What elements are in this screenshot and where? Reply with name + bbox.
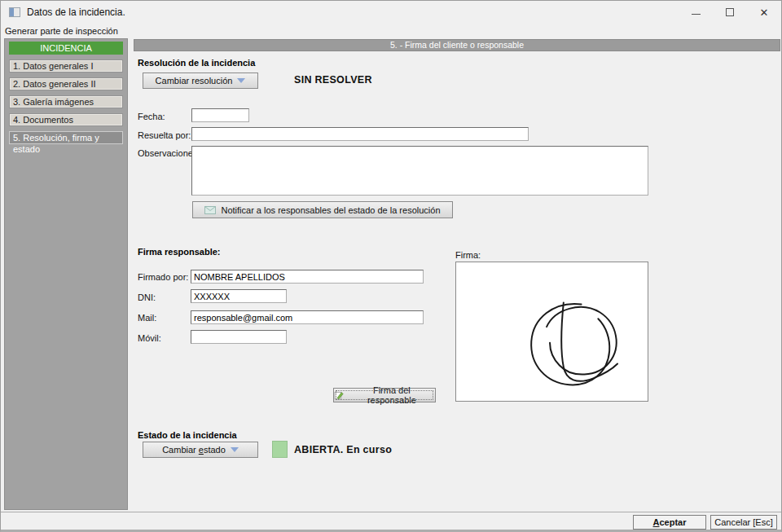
main-section-header: 5. - Firma del cliente o responsable	[134, 39, 780, 51]
resolution-section-title: Resolución de la incidencia	[138, 58, 255, 68]
app-icon	[9, 7, 20, 17]
state-status-text: ABIERTA. En curso	[294, 444, 392, 455]
cancel-label: Cancelar [Esc]	[714, 517, 773, 527]
fecha-input[interactable]	[191, 108, 249, 122]
sidebar-item-galeria-imagenes[interactable]: 3. Galería imágenes	[9, 95, 123, 108]
dni-input[interactable]	[191, 289, 287, 303]
state-color-indicator	[272, 441, 288, 458]
movil-input[interactable]	[191, 330, 287, 344]
change-state-button[interactable]: Cambiar estado	[143, 442, 258, 458]
title-bar: Datos de la incidencia. ✕	[1, 1, 781, 24]
close-button[interactable]: ✕	[747, 1, 781, 24]
minimize-icon	[692, 14, 701, 15]
pencil-icon	[334, 390, 344, 400]
resuelta-por-input[interactable]	[191, 127, 529, 141]
firma-label: Firma:	[455, 250, 481, 260]
notify-responsables-label: Notificar a los responsables del estado …	[221, 205, 440, 215]
cancel-button[interactable]: Cancelar [Esc]	[710, 515, 777, 530]
accept-label: Aceptar	[653, 517, 687, 527]
mail-label: Mail:	[138, 313, 156, 323]
firma-section-title: Firma responsable:	[138, 247, 220, 257]
menu-generar-parte[interactable]: Generar parte de inspección	[1, 26, 122, 36]
resuelta-por-label: Resuelta por:	[138, 130, 191, 140]
maximize-icon	[726, 8, 734, 16]
footer-divider	[1, 512, 781, 512]
sign-responsable-button[interactable]: Firma del responsable	[333, 388, 436, 402]
window-title: Datos de la incidencia.	[27, 7, 125, 18]
minimize-button[interactable]	[679, 1, 713, 24]
firmado-por-input[interactable]	[191, 270, 424, 284]
menu-bar: Generar parte de inspección	[1, 24, 781, 37]
signature-scribble	[456, 262, 648, 401]
sidebar-item-resolucion-firma-estado[interactable]: 5. Resolución, firma y estado	[9, 131, 123, 144]
signature-canvas[interactable]	[455, 262, 648, 402]
close-icon: ✕	[760, 7, 769, 19]
sidebar-item-datos-generales-2[interactable]: 2. Datos generales II	[9, 77, 123, 90]
change-resolution-button[interactable]: Cambiar resolución	[143, 73, 258, 89]
maximize-button[interactable]	[713, 1, 747, 24]
estado-section-title: Estado de la incidencia	[138, 430, 237, 440]
observaciones-textarea[interactable]	[191, 146, 648, 196]
chevron-down-icon	[231, 447, 239, 452]
sidebar-header-incidencia: INCIDENCIA	[9, 42, 123, 55]
movil-label: Móvil:	[138, 333, 161, 343]
sidebar-item-documentos[interactable]: 4. Documentos	[9, 113, 123, 126]
change-resolution-label: Cambiar resolución	[156, 76, 233, 86]
notify-responsables-button[interactable]: Notificar a los responsables del estado …	[192, 201, 453, 218]
incidencia-dialog-window: Datos de la incidencia. ✕ Generar parte …	[0, 0, 782, 532]
accept-button[interactable]: Aceptar	[633, 515, 706, 530]
sidebar: INCIDENCIA 1. Datos generales I 2. Datos…	[4, 38, 128, 510]
chevron-down-icon	[237, 78, 245, 83]
change-state-label: Cambiar estado	[162, 445, 226, 455]
window-controls: ✕	[679, 1, 781, 24]
fecha-label: Fecha:	[138, 112, 165, 121]
sign-responsable-label: Firma del responsable	[349, 385, 435, 405]
resolution-status-text: SIN RESOLVER	[294, 74, 372, 86]
observaciones-label: Observaciones	[138, 148, 197, 158]
mail-input[interactable]	[191, 310, 424, 324]
mail-icon	[204, 206, 216, 214]
sidebar-item-datos-generales-1[interactable]: 1. Datos generales I	[9, 59, 123, 73]
dni-label: DNI:	[138, 292, 156, 302]
firmado-por-label: Firmado por:	[138, 272, 188, 282]
